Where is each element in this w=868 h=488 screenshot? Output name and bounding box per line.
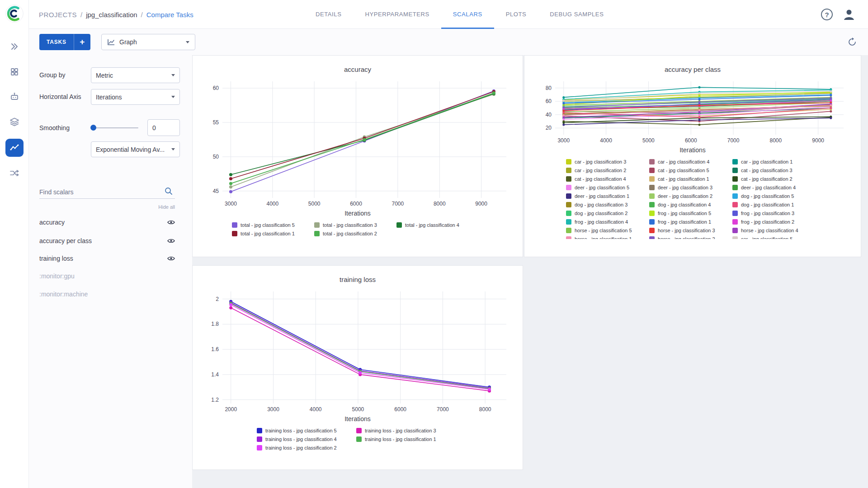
legend-item[interactable]: total - jpg classification 5 — [232, 221, 314, 229]
legend-item[interactable]: cat - jpg classification 3 — [732, 166, 816, 174]
legend-item[interactable]: horse - jpg classification 2 — [649, 235, 732, 239]
legend-item[interactable]: cat - jpg classification 5 — [649, 166, 732, 174]
legend-item[interactable]: car - jpg classification 1 — [732, 157, 816, 166]
tab-hyperparameters[interactable]: HYPERPARAMETERS — [353, 0, 441, 29]
legend-label: horse - jpg classification 4 — [741, 228, 798, 233]
legend-item[interactable]: car - jpg classification 3 — [566, 157, 649, 166]
legend-item[interactable]: horse - jpg classification 5 — [566, 226, 649, 235]
legend-item[interactable]: cat - jpg classification 1 — [649, 174, 732, 183]
legend-label: training loss - jpg classification 3 — [365, 428, 436, 433]
legend-item[interactable]: car - jpg classification 4 — [649, 157, 732, 166]
legend-swatch — [649, 185, 655, 190]
avatar[interactable] — [842, 7, 856, 22]
legend-label: frog - jpg classification 5 — [658, 211, 711, 216]
smoothing-slider[interactable] — [91, 127, 138, 128]
legend-item[interactable]: total - jpg classification 2 — [314, 229, 396, 238]
legend-item[interactable]: horse - jpg classification 4 — [732, 226, 816, 235]
metric-row-accuracy[interactable]: accuracy — [39, 217, 175, 228]
legend-item[interactable]: frog - jpg classification 5 — [649, 209, 732, 217]
legend-item[interactable]: horse - jpg classification 1 — [566, 235, 649, 239]
accuracy-chart-plot[interactable]: 300040005000600070008000900045505560 — [202, 78, 514, 209]
tab-scalars[interactable]: SCALARS — [441, 0, 494, 29]
legend-label: frog - jpg classification 4 — [575, 219, 628, 225]
visibility-eye-icon[interactable] — [167, 220, 175, 225]
search-icon[interactable] — [165, 187, 173, 197]
smoothing-input[interactable] — [147, 119, 180, 136]
breadcrumb-projects-link[interactable]: PROJECTS — [39, 11, 77, 19]
smoothing-type-select[interactable]: Exponential Moving Av... — [91, 141, 180, 157]
legend-item[interactable]: total - jpg classification 1 — [232, 229, 314, 238]
nav-scalars-active-icon[interactable] — [0, 138, 29, 158]
legend-item[interactable]: frog - jpg classification 2 — [732, 217, 816, 226]
legend-label: training loss - jpg classification 4 — [265, 436, 337, 442]
visibility-eye-icon[interactable] — [167, 256, 175, 261]
legend-item[interactable]: total - jpg classification 4 — [396, 221, 479, 229]
nav-projects-grid-icon[interactable] — [0, 62, 29, 82]
tab-debug-samples[interactable]: DEBUG SAMPLES — [538, 0, 615, 29]
horizontal-axis-select[interactable]: Iterations — [91, 89, 180, 105]
nav-compare-shuffle-icon[interactable] — [0, 163, 29, 183]
group-by-select[interactable]: Metric — [91, 67, 180, 83]
chart-card-accuracy-per-class: accuracy per class 300040005000600070008… — [524, 55, 861, 257]
breadcrumb-page-link[interactable]: Compare Tasks — [146, 11, 193, 19]
training-loss-chart-plot[interactable]: 20003000400050006000700080001.21.41.61.8… — [202, 288, 514, 414]
metric-row-training-loss[interactable]: training loss — [39, 253, 175, 264]
view-type-select[interactable]: Graph — [101, 34, 195, 50]
svg-text:4000: 4000 — [266, 201, 278, 207]
legend-label: dog - jpg classification 2 — [575, 211, 627, 216]
legend-item[interactable]: deer - jpg classification 2 — [649, 192, 732, 200]
nav-dart-icon[interactable] — [0, 37, 29, 56]
legend-item[interactable]: dog - jpg classification 2 — [566, 209, 649, 217]
nav-datasets-layers-icon[interactable] — [0, 112, 29, 132]
svg-text:5000: 5000 — [642, 137, 655, 144]
smoothing-slider-thumb[interactable] — [90, 125, 96, 131]
legend-item[interactable]: dog - jpg classification 3 — [566, 200, 649, 209]
legend-swatch — [566, 219, 571, 225]
chart-card-accuracy: accuracy 3000400050006000700080009000455… — [192, 55, 523, 257]
legend-item[interactable]: frog - jpg classification 1 — [649, 217, 732, 226]
legend-item[interactable]: dog - jpg classification 1 — [732, 200, 816, 209]
legend-label: dog - jpg classification 4 — [658, 202, 711, 207]
metric-row-monitor-machine[interactable]: :monitor:machine — [39, 289, 175, 300]
legend-item[interactable]: deer - jpg classification 1 — [566, 192, 649, 200]
legend-item[interactable]: frog - jpg classification 4 — [566, 217, 649, 226]
legend-item[interactable]: training loss - jpg classification 4 — [257, 435, 356, 443]
legend-item[interactable]: training loss - jpg classification 1 — [356, 435, 456, 443]
legend-swatch — [566, 176, 571, 182]
legend-item[interactable]: cat - jpg classification 4 — [566, 174, 649, 183]
legend-swatch — [566, 193, 571, 199]
legend-item[interactable]: cat - jpg classification 2 — [732, 174, 816, 183]
legend-label: total - jpg classification 5 — [241, 222, 295, 228]
add-task-button[interactable]: + — [74, 37, 90, 47]
legend-item[interactable]: dog - jpg classification 5 — [732, 192, 816, 200]
legend-item[interactable]: training loss - jpg classification 2 — [257, 443, 356, 452]
hide-all-link[interactable]: Hide all — [39, 204, 175, 210]
nav-workers-icon[interactable] — [0, 87, 29, 107]
tab-details[interactable]: DETAILS — [304, 0, 353, 29]
legend-item[interactable]: dog - jpg classification 4 — [649, 200, 732, 209]
legend-item[interactable]: deer - jpg classification 4 — [732, 183, 816, 192]
visibility-eye-icon[interactable] — [167, 238, 175, 244]
legend-item[interactable]: training loss - jpg classification 3 — [356, 426, 456, 435]
legend-item[interactable]: horse - jpg classification 3 — [649, 226, 732, 235]
auto-refresh-icon[interactable] — [847, 37, 857, 47]
metric-row-monitor-gpu[interactable]: :monitor:gpu — [39, 271, 175, 282]
help-icon[interactable]: ? — [821, 9, 833, 20]
legend-item[interactable]: deer - jpg classification 5 — [566, 183, 649, 192]
metric-row-accuracy-per-class[interactable]: accuracy per class — [39, 235, 175, 246]
legend-item[interactable]: car - jpg classification 2 — [566, 166, 649, 174]
legend-swatch — [649, 228, 655, 233]
scalars-settings-panel: Group by Metric Horizontal Axis Iteratio… — [29, 55, 192, 488]
find-scalars-input[interactable] — [39, 185, 175, 199]
legend-item[interactable]: deer - jpg classification 3 — [649, 183, 732, 192]
clearml-logo[interactable] — [5, 4, 24, 23]
accuracy-per-class-chart-plot[interactable]: 300040005000600070008000900020406080 — [534, 78, 851, 145]
tab-plots[interactable]: PLOTS — [494, 0, 538, 29]
tasks-button[interactable]: TASKS + — [39, 34, 90, 50]
legend-item[interactable]: car - jpg classification 5 — [732, 235, 816, 239]
legend-item[interactable]: total - jpg classification 3 — [314, 221, 396, 229]
legend-item[interactable]: frog - jpg classification 3 — [732, 209, 816, 217]
legend-item[interactable]: training loss - jpg classification 5 — [257, 426, 356, 435]
breadcrumb-project-link[interactable]: jpg_classification — [86, 11, 137, 19]
legend-swatch — [649, 159, 655, 164]
